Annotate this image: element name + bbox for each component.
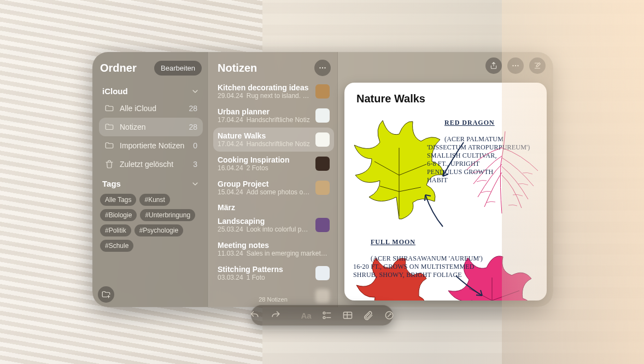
note-row[interactable]: Meeting notes11.03.24Sales in emerging m… (213, 237, 334, 261)
svg-point-7 (323, 316, 325, 319)
note-meta: Stitching Patterns03.03.241 Foto (218, 265, 311, 281)
note-row[interactable]: Group Project15.04.24Add some photos of … (213, 176, 334, 200)
note-detail-column: Nature Walks (338, 52, 553, 307)
tags-container: Alle Tags#Kunst#Biologie#Unterbringung#P… (99, 192, 203, 252)
table-button[interactable] (342, 310, 353, 321)
note-surface[interactable]: Nature Walks (344, 83, 547, 301)
note-row-title: Stitching Patterns (218, 265, 311, 274)
tag-chip[interactable]: #Politik (100, 224, 131, 236)
tag-chip[interactable]: #Biologie (100, 209, 137, 221)
sidebar-header: Ordner Bearbeiten (99, 57, 203, 81)
tag-chip[interactable]: Alle Tags (100, 194, 136, 206)
note-row[interactable]: Nature Walks17.04.24Handschriftliche Not… (213, 128, 334, 152)
notes-scroll[interactable]: Kitchen decorating ideas29.04.24Rug next… (213, 79, 334, 307)
note-title: Nature Walks (344, 83, 547, 109)
notes-list-column: Notizen Kitchen decorating ideas29.04.24… (208, 52, 338, 307)
note-row[interactable]: Kitchen decorating ideas29.04.24Rug next… (213, 79, 334, 103)
share-button[interactable] (485, 57, 502, 74)
svg-point-0 (319, 67, 320, 68)
note-meta: Kitchen decorating ideas29.04.24Rug next… (218, 83, 311, 100)
note-row-title: Cooking Inspiration (218, 155, 311, 164)
folder-icon (104, 141, 114, 151)
markup-button[interactable] (384, 310, 395, 321)
note-thumbnail (315, 108, 330, 123)
note-thumbnail (315, 157, 330, 171)
notes-header: Notizen (213, 56, 334, 79)
note-row[interactable]: Landscaping25.03.24Look into colorful pe… (213, 213, 334, 237)
tag-chip[interactable]: #Kunst (139, 194, 169, 206)
undo-icon (249, 310, 260, 321)
note-canvas[interactable]: RED DRAGON (ACER PALMATUM 'DISSECTUM ATR… (344, 109, 547, 301)
arrow-icon (437, 140, 470, 184)
section-icloud[interactable]: iCloud (99, 81, 203, 99)
note-row-sub: 17.04.24Handschriftliche Notiz (218, 116, 311, 124)
folder-label: Importierte Notizen (120, 141, 184, 150)
note-row-sub: 17.04.24Handschriftliche Notiz (218, 140, 311, 148)
note-thumbnail (315, 132, 330, 147)
note-row-sub: 03.03.241 Foto (218, 274, 311, 281)
new-folder-button[interactable] (98, 286, 114, 303)
redo-icon (270, 310, 281, 321)
annotation-a-title: RED DRAGON (444, 119, 495, 126)
new-folder-icon (101, 290, 111, 299)
notes-section-label: März (213, 200, 334, 213)
folder-count: 28 (189, 104, 197, 113)
note-row-title: Urban planner (218, 107, 311, 116)
note-thumbnail (315, 181, 330, 195)
notes-more-button[interactable] (314, 60, 331, 76)
edit-button[interactable]: Bearbeiten (154, 61, 202, 76)
checklist-button[interactable] (321, 310, 332, 321)
folder-icon (104, 103, 114, 113)
note-row-sub: 11.03.24Sales in emerging markets are tr… (218, 250, 330, 257)
arrow-icon (454, 274, 487, 301)
tag-chip[interactable]: #Unterbringung (140, 209, 195, 221)
attach-button[interactable] (363, 310, 374, 321)
notes-title: Notizen (218, 62, 257, 74)
folders-sidebar: Ordner Bearbeiten iCloud Alle iCloud28No… (92, 52, 208, 307)
note-row-sub: 16.04.242 Fotos (218, 164, 311, 172)
note-thumbnail (315, 218, 330, 232)
share-icon (489, 61, 498, 70)
folder-label: Notizen (120, 123, 145, 131)
folder-count: 0 (193, 141, 197, 150)
sidebar-item-folder[interactable]: Notizen28 (99, 118, 203, 136)
folder-icon (104, 122, 114, 132)
sidebar-item-folder[interactable]: Importierte Notizen0 (99, 136, 203, 155)
table-icon (342, 310, 353, 321)
note-row-title: Group Project (218, 180, 311, 188)
redo-button[interactable] (270, 310, 281, 321)
note-row[interactable]: Cooking Inspiration16.04.242 Fotos (213, 152, 334, 176)
note-meta: Group Project15.04.24Add some photos of … (218, 180, 311, 196)
markup-icon (384, 310, 395, 321)
svg-rect-8 (343, 312, 352, 319)
section-tags[interactable]: Tags (99, 174, 203, 192)
note-thumbnail (315, 266, 330, 280)
note-row-sub: 29.04.24Rug next to island. Cont… (218, 92, 311, 100)
tag-chip[interactable]: #Schule (100, 240, 133, 252)
ellipsis-icon (511, 61, 520, 71)
sidebar-item-folder[interactable]: Alle iCloud28 (99, 99, 203, 118)
svg-point-4 (515, 65, 516, 66)
note-thumbnail (315, 84, 330, 99)
folder-label: Alle iCloud (120, 104, 156, 113)
note-row-sub: 25.03.24Look into colorful peren… (218, 226, 311, 233)
tag-chip[interactable]: #Psychologie (134, 224, 183, 236)
chevron-down-icon (191, 87, 200, 96)
note-row-title: Meeting notes (218, 241, 330, 250)
note-row-title: Landscaping (218, 217, 311, 226)
note-row-sub: 15.04.24Add some photos of thei… (218, 188, 311, 196)
svg-point-1 (322, 67, 323, 68)
arrow-icon (421, 192, 448, 230)
note-row[interactable]: Urban planner17.04.24Handschriftliche No… (213, 103, 334, 128)
detail-more-button[interactable] (507, 57, 524, 74)
svg-point-2 (324, 67, 325, 68)
note-meta: Nature Walks17.04.24Handschriftliche Not… (218, 131, 311, 148)
sidebar-title: Ordner (100, 62, 137, 74)
note-row-title: Kitchen decorating ideas (218, 83, 311, 92)
notes-count: 28 Notizen (209, 296, 337, 303)
note-row[interactable]: Stitching Patterns03.03.241 Foto (213, 261, 334, 285)
undo-button[interactable] (249, 310, 260, 321)
sidebar-item-trash[interactable]: Zuletzt gelöscht3 (99, 155, 203, 174)
compose-button[interactable] (529, 57, 546, 74)
font-button[interactable]: Aa (301, 311, 311, 320)
